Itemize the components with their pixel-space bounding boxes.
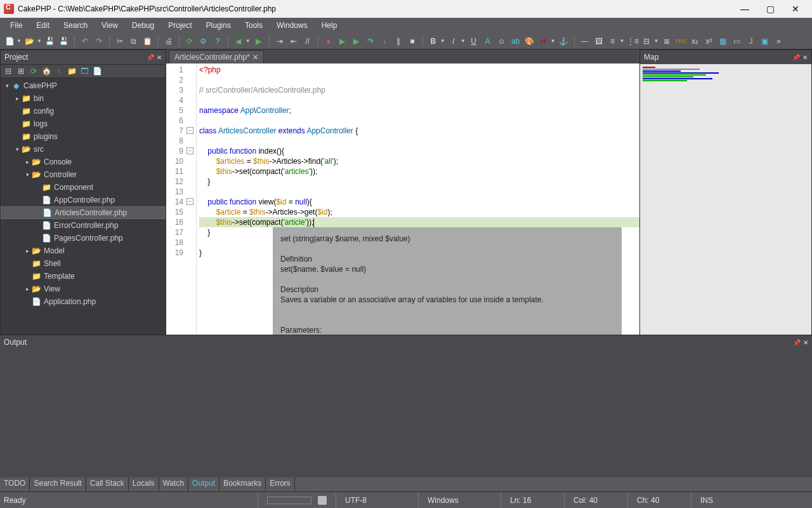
cut-icon[interactable]: ✂: [114, 36, 126, 47]
js-icon[interactable]: J: [745, 36, 756, 47]
nav-fwd-icon[interactable]: ▶: [253, 36, 265, 47]
dropdown-icon[interactable]: ▼: [551, 38, 556, 44]
output-tab-bookmarks[interactable]: Bookmarks: [219, 478, 266, 491]
settings-icon[interactable]: ⚙: [198, 36, 209, 47]
refresh-icon[interactable]: ⟳: [184, 36, 195, 47]
hr-icon[interactable]: —: [579, 36, 591, 47]
split-icon[interactable]: ⊟: [641, 36, 652, 47]
pause-icon[interactable]: ∥: [393, 36, 404, 47]
tree-item[interactable]: ▾CakePHP: [1, 79, 166, 92]
div-icon[interactable]: ▭: [731, 36, 742, 47]
pin-icon[interactable]: 📌: [793, 339, 801, 346]
redo-icon[interactable]: ↷: [93, 36, 105, 47]
output-tab-search-result[interactable]: Search Result: [30, 478, 86, 491]
menu-help[interactable]: Help: [315, 20, 344, 31]
menu-windows[interactable]: Windows: [270, 20, 314, 31]
print-icon[interactable]: 🖨: [163, 36, 174, 47]
tag-icon[interactable]: ab: [510, 36, 521, 47]
tree-item[interactable]: ▸bin: [1, 92, 166, 105]
dropdown-icon[interactable]: ▼: [16, 38, 22, 44]
output-tab-todo[interactable]: TODO: [0, 478, 30, 491]
emoji-icon[interactable]: ☺: [496, 36, 508, 47]
tree-item[interactable]: Template: [1, 270, 166, 283]
menu-edit[interactable]: Edit: [30, 20, 56, 31]
tree-item[interactable]: logs: [1, 117, 166, 130]
tree-item[interactable]: ▸Model: [1, 244, 166, 257]
output-tab-locals[interactable]: Locals: [129, 478, 159, 491]
indent-icon[interactable]: ⇥: [274, 36, 285, 47]
close-panel-icon[interactable]: ✕: [157, 54, 162, 61]
italic-icon[interactable]: I: [448, 36, 459, 47]
menu-project[interactable]: Project: [162, 20, 198, 31]
sync-icon[interactable]: ⟳: [29, 66, 39, 76]
dropdown-icon[interactable]: ▼: [246, 38, 251, 44]
sub-icon[interactable]: x₂: [689, 36, 700, 47]
menu-view[interactable]: View: [95, 20, 124, 31]
breakpoint-icon[interactable]: ●: [323, 36, 334, 47]
tree-item[interactable]: plugins: [1, 130, 166, 143]
explorer-icon[interactable]: 🗔: [79, 66, 89, 76]
menu-plugins[interactable]: Plugins: [200, 20, 237, 31]
ol-icon[interactable]: ⋮≡: [627, 36, 638, 47]
up-icon[interactable]: ↑: [54, 66, 64, 76]
dropdown-icon[interactable]: ▼: [440, 38, 445, 44]
collapse-icon[interactable]: ⊟: [3, 66, 13, 76]
tree-item[interactable]: PagesController.php: [1, 232, 166, 244]
sup-icon[interactable]: x²: [703, 36, 714, 47]
editor-tab[interactable]: ArticlesController.php* ✕: [169, 50, 264, 64]
underline-icon[interactable]: U: [468, 36, 480, 47]
undo-icon[interactable]: ↶: [79, 36, 91, 47]
tree-item[interactable]: ▾src: [1, 143, 166, 156]
maximize-button[interactable]: ▢: [757, 4, 783, 14]
dropdown-icon[interactable]: ▼: [653, 38, 658, 44]
link-icon[interactable]: A: [482, 36, 494, 47]
color-icon[interactable]: 🎨: [524, 36, 535, 47]
close-button[interactable]: ✕: [783, 4, 808, 14]
new-icon[interactable]: 📄: [4, 36, 15, 47]
debug-icon[interactable]: ▶: [351, 36, 362, 47]
dropdown-icon[interactable]: ▼: [461, 38, 466, 44]
close-panel-icon[interactable]: ✕: [802, 54, 808, 61]
save-all-icon[interactable]: 💾: [58, 36, 70, 47]
align-icon[interactable]: ≣: [661, 36, 672, 47]
step-over-icon[interactable]: ↷: [365, 36, 376, 47]
minimize-button[interactable]: —: [732, 4, 757, 14]
dropdown-icon[interactable]: ▼: [37, 38, 42, 44]
tree-item[interactable]: config: [1, 105, 166, 117]
menu-file[interactable]: File: [4, 20, 29, 31]
step-into-icon[interactable]: ↓: [379, 36, 390, 47]
tree-item[interactable]: Component: [1, 181, 166, 194]
pin-icon[interactable]: 📌: [792, 54, 800, 61]
status-encoding[interactable]: UTF-8: [336, 492, 418, 508]
run-icon[interactable]: ▶: [337, 36, 348, 47]
anchor-icon[interactable]: ⚓: [558, 36, 570, 47]
output-tab-errors[interactable]: Errors: [266, 478, 295, 491]
tree-item[interactable]: ▸Console: [1, 156, 166, 168]
home-icon[interactable]: 🏠: [41, 66, 51, 76]
bold-icon[interactable]: B: [428, 36, 439, 47]
status-insert[interactable]: INS: [691, 492, 754, 508]
tree-item[interactable]: ErrorController.php: [1, 219, 166, 232]
output-tab-output[interactable]: Output: [188, 478, 219, 491]
tree-item[interactable]: AppController.php: [1, 194, 166, 206]
more-icon[interactable]: »: [773, 36, 784, 47]
expand-icon[interactable]: ⊞: [16, 66, 26, 76]
copy-icon[interactable]: ⧉: [128, 36, 140, 47]
image-icon[interactable]: 🖼: [593, 36, 605, 47]
stop-icon[interactable]: ■: [407, 36, 418, 47]
paste-icon[interactable]: 📋: [142, 36, 154, 47]
table-icon[interactable]: ▦: [717, 36, 728, 47]
tree-item[interactable]: ▸View: [1, 283, 166, 295]
tab-close-icon[interactable]: ✕: [252, 53, 258, 62]
heading-icon[interactable]: H: [538, 36, 549, 47]
menu-tools[interactable]: Tools: [239, 20, 269, 31]
pre-icon[interactable]: PRE: [675, 36, 686, 47]
nav-back-icon[interactable]: ◀: [233, 36, 244, 47]
open-icon[interactable]: 📂: [24, 36, 36, 47]
output-body[interactable]: [0, 349, 812, 478]
tree-item[interactable]: Application.php: [1, 295, 166, 308]
tree-item[interactable]: Shell: [1, 257, 166, 270]
output-tab-watch[interactable]: Watch: [159, 478, 189, 491]
tree-item[interactable]: ▾Controller: [1, 168, 166, 181]
new-folder-icon[interactable]: 📁: [67, 66, 77, 76]
